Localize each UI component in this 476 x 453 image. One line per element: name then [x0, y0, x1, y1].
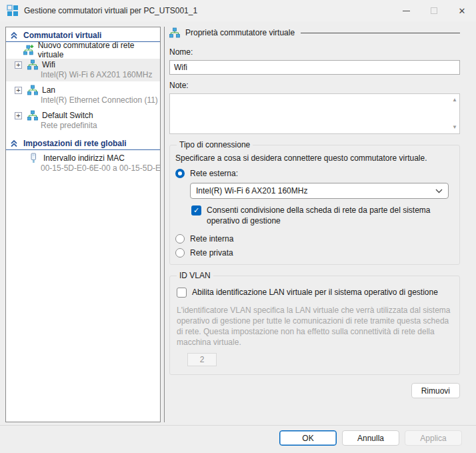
internal-network-label: Rete interna [190, 234, 233, 244]
close-icon: ✕ [459, 7, 466, 15]
remove-button[interactable]: Rimuovi [411, 383, 460, 398]
switch-description: Intel(R) Ethernet Connection (11) ... [6, 95, 160, 105]
vlan-enable-checkbox[interactable]: Abilita identificazione LAN virtuale per… [177, 287, 451, 298]
ok-button[interactable]: OK [279, 430, 337, 446]
switch-icon [27, 110, 38, 121]
external-network-label: Rete esterna: [190, 169, 238, 178]
notes-textarea[interactable] [170, 94, 459, 133]
global-item-name: Intervallo indirizzi MAC [43, 153, 125, 163]
private-network-label: Rete privata [190, 248, 233, 258]
maximize-icon [431, 7, 437, 14]
checkbox-checked-icon: ✓ [191, 205, 201, 215]
minimize-button[interactable] [392, 0, 420, 21]
apply-button: Applica [405, 430, 462, 446]
sidebar-item-lan[interactable]: + Lan Intel(R) Ethernet Connection (11) … [6, 84, 160, 107]
sidebar-item-wifi[interactable]: + Wifi Intel(R) Wi-Fi 6 AX201 160MHz [6, 59, 160, 81]
footer-divider [0, 425, 476, 426]
switch-name: Default Switch [42, 111, 93, 120]
close-button[interactable]: ✕ [448, 0, 476, 21]
vlan-description: L'identificatore VLAN specifica la LAN v… [177, 305, 451, 348]
window-title: Gestione commutatori virtuali per PC_UTS… [24, 6, 197, 15]
panel-divider [164, 27, 165, 422]
checkbox-unchecked-icon [177, 288, 187, 298]
expand-plus-icon[interactable]: + [15, 87, 22, 94]
share-adapter-checkbox[interactable]: ✓ Consenti condivisione della scheda di … [191, 205, 451, 226]
global-item-description: 00-15-5D-E0-6E-00 a 00-15-5D-E0... [6, 163, 160, 173]
properties-panel: Proprietà commutatore virtuale Nome: Not… [169, 27, 460, 398]
connection-type-title: Tipo di connessione [177, 140, 253, 149]
private-network-radio[interactable]: Rete privata [175, 248, 451, 258]
sidebar-item-new-switch[interactable]: Nuovo commutatore di rete virtuale [6, 44, 160, 56]
panel-title: Proprietà commutatore virtuale [185, 28, 295, 37]
name-label: Nome: [169, 47, 460, 57]
section-header-virtual-switches[interactable]: Commutatori virtuali [6, 29, 160, 42]
section-title: Commutatori virtuali [23, 31, 101, 40]
chevron-down-icon [435, 189, 443, 193]
vlan-group: ID VLAN Abilita identificazione LAN virt… [169, 271, 460, 375]
sidebar-item-label: Nuovo commutatore di rete virtuale [38, 41, 160, 59]
scroll-up-icon[interactable]: ▲ [452, 97, 457, 103]
adapter-selected-value: Intel(R) Wi-Fi 6 AX201 160MHz [196, 186, 435, 195]
switch-description: Intel(R) Wi-Fi 6 AX201 160MHz [6, 70, 160, 80]
navigation-tree: Commutatori virtuali Nuovo commutatore d… [5, 27, 161, 422]
switch-name: Lan [42, 85, 55, 95]
radio-unselected-icon [175, 248, 185, 258]
maximize-button [420, 0, 448, 21]
expand-plus-icon[interactable]: + [15, 61, 22, 69]
adapter-dropdown[interactable]: Intel(R) Wi-Fi 6 AX201 160MHz [190, 183, 449, 199]
share-adapter-label: Consenti condivisione della scheda di re… [207, 205, 451, 226]
internal-network-radio[interactable]: Rete interna [175, 234, 451, 244]
sidebar-item-default-switch[interactable]: + Default Switch Rete predefinita [6, 109, 160, 132]
virtual-switch-manager-icon [7, 5, 19, 17]
switch-icon [27, 85, 38, 95]
title-bar: Gestione commutatori virtuali per PC_UTS… [0, 0, 476, 21]
vlan-title: ID VLAN [177, 271, 213, 280]
notes-field: ▲ ▼ [169, 93, 460, 134]
section-title: Impostazioni di rete globali [23, 139, 127, 148]
notes-label: Note: [169, 81, 460, 90]
mac-range-icon [28, 153, 39, 163]
sidebar-item-mac-range[interactable]: Intervallo indirizzi MAC 00-15-5D-E0-6E-… [6, 152, 160, 173]
minimize-icon [403, 11, 410, 11]
switch-icon [169, 27, 180, 38]
new-switch-icon [23, 45, 34, 55]
name-input[interactable] [169, 60, 460, 75]
cancel-button[interactable]: Annulla [342, 430, 399, 446]
collapse-chevron-icon [10, 31, 18, 39]
vlan-id-input [187, 353, 217, 366]
scroll-down-icon[interactable]: ▼ [452, 124, 457, 131]
connection-type-description: Specificare a cosa si desidera connetter… [175, 153, 451, 163]
connection-type-group: Tipo di connessione Specificare a cosa s… [169, 140, 460, 265]
switch-description: Rete predefinita [6, 121, 160, 131]
switch-name: Wifi [42, 60, 55, 69]
dialog-buttons: OK Annulla Applica [279, 430, 462, 446]
external-network-radio[interactable]: Rete esterna: [175, 169, 451, 178]
radio-selected-icon [175, 169, 185, 178]
vlan-enable-label: Abilita identificazione LAN virtuale per… [192, 287, 438, 298]
panel-header: Proprietà commutatore virtuale [169, 27, 460, 39]
collapse-chevron-icon [10, 139, 18, 147]
header-rule [301, 33, 460, 33]
expand-plus-icon[interactable]: + [15, 112, 22, 119]
radio-unselected-icon [175, 234, 185, 244]
switch-icon [27, 59, 38, 70]
section-header-global-settings[interactable]: Impostazioni di rete globali [6, 137, 160, 150]
